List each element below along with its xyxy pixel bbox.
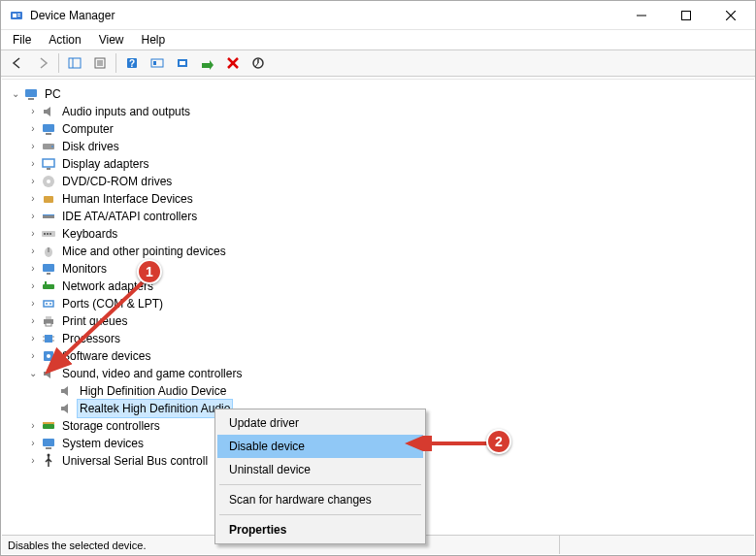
svg-rect-34 — [44, 196, 53, 203]
expand-icon[interactable]: › — [25, 295, 41, 312]
tree-item-label: Software devices — [60, 347, 152, 365]
context-uninstall-device[interactable]: Uninstall device — [217, 458, 423, 481]
tree-category[interactable]: ›Monitors — [8, 260, 748, 278]
disable-button[interactable] — [247, 52, 270, 74]
speaker-icon — [41, 104, 56, 119]
svg-point-64 — [48, 454, 50, 457]
tree-category[interactable]: ›Audio inputs and outputs — [8, 103, 748, 120]
tree-item-label: Computer — [60, 120, 115, 138]
tree-category[interactable]: ›Network adapters — [8, 278, 748, 295]
close-button[interactable] — [708, 1, 753, 29]
tree-category[interactable]: ›Keyboards — [8, 225, 748, 243]
tree-root[interactable]: ⌄ PC — [8, 85, 748, 103]
svg-rect-8 — [69, 58, 81, 68]
scan-hardware-button[interactable] — [146, 52, 169, 74]
tree-category-sound[interactable]: ⌄Sound, video and game controllers — [8, 365, 748, 382]
tree-item-label: Audio inputs and outputs — [60, 103, 192, 120]
properties-button[interactable] — [88, 52, 112, 74]
collapse-icon[interactable]: ⌄ — [25, 365, 41, 382]
collapse-icon[interactable]: ⌄ — [8, 85, 23, 103]
svg-rect-19 — [180, 61, 185, 65]
context-separator — [219, 484, 421, 485]
tree-category[interactable]: ›Display adapters — [8, 155, 748, 173]
expand-icon[interactable]: › — [25, 312, 41, 330]
menu-file[interactable]: File — [5, 32, 39, 48]
tree-category[interactable]: ›Software devices — [8, 347, 748, 365]
tree-category[interactable]: ›Print queues — [8, 312, 748, 330]
menu-help[interactable]: Help — [134, 32, 174, 48]
tree-category[interactable]: ›IDE ATA/ATAPI controllers — [8, 208, 748, 225]
keyboard-icon — [41, 226, 56, 242]
tree-item-label: Sound, video and game controllers — [60, 365, 244, 382]
tree-item-label: Ports (COM & LPT) — [60, 295, 165, 312]
expand-icon[interactable]: › — [25, 120, 41, 138]
expand-icon[interactable]: › — [25, 278, 41, 295]
forward-button[interactable] — [31, 52, 54, 74]
svg-rect-51 — [46, 316, 51, 319]
expand-icon[interactable]: › — [25, 260, 41, 278]
tree-item-label: Human Interface Devices — [60, 190, 195, 208]
tree-category[interactable]: ›Ports (COM & LPT) — [8, 295, 748, 312]
tree-item-label: DVD/CD-ROM drives — [60, 173, 174, 190]
expand-icon[interactable]: › — [25, 155, 41, 173]
tree-item-label: Display adapters — [60, 155, 150, 173]
storage-icon — [41, 418, 56, 434]
tree-category[interactable]: ›Disk drives — [8, 138, 748, 155]
tree-category[interactable]: ›Mice and other pointing devices — [8, 243, 748, 260]
tree-item-label: Print queues — [60, 312, 129, 330]
svg-point-59 — [47, 354, 50, 358]
back-button[interactable] — [6, 52, 29, 74]
expand-icon[interactable]: › — [25, 347, 41, 365]
svg-rect-3 — [17, 16, 20, 16]
tree-category[interactable]: ›Computer — [8, 120, 748, 138]
context-menu: Update driver Disable device Uninstall d… — [214, 409, 426, 544]
expand-icon[interactable]: › — [25, 330, 41, 347]
svg-rect-31 — [47, 168, 50, 170]
svg-rect-61 — [43, 422, 54, 424]
expand-icon[interactable]: › — [25, 417, 41, 435]
tree-item-label: Monitors — [60, 260, 109, 278]
expand-icon[interactable]: › — [25, 103, 41, 120]
svg-rect-47 — [44, 301, 53, 307]
expand-icon[interactable]: › — [25, 173, 41, 190]
svg-point-48 — [46, 303, 48, 305]
svg-rect-16 — [151, 59, 163, 67]
update-driver-button[interactable] — [171, 52, 194, 74]
uninstall-button[interactable] — [221, 52, 245, 74]
enable-button[interactable] — [196, 52, 219, 74]
context-update-driver[interactable]: Update driver — [217, 411, 423, 435]
tree-category[interactable]: ›DVD/CD-ROM drives — [8, 173, 748, 190]
expand-icon[interactable]: › — [25, 138, 41, 155]
show-hide-tree-button[interactable] — [63, 52, 86, 74]
expand-icon[interactable]: › — [25, 243, 41, 260]
tree-item-label: Keyboards — [60, 225, 119, 243]
tree-item-label: Realtek High Definition Audio — [78, 400, 232, 417]
maximize-button[interactable] — [664, 1, 708, 29]
minimize-button[interactable] — [619, 1, 664, 29]
menu-action[interactable]: Action — [41, 32, 88, 48]
svg-point-49 — [49, 303, 51, 305]
context-scan-hardware[interactable]: Scan for hardware changes — [217, 488, 423, 511]
tree-category[interactable]: ›Human Interface Devices — [8, 190, 748, 208]
expand-icon[interactable]: › — [25, 452, 41, 470]
tree-item-label: Universal Serial Bus controll — [60, 452, 210, 470]
expand-icon[interactable]: › — [25, 208, 41, 225]
display-icon — [41, 156, 56, 172]
help-button[interactable]: ? — [120, 52, 144, 74]
software-icon — [41, 348, 56, 364]
menu-bar: File Action View Help — [1, 30, 755, 49]
tree-device-hd-audio[interactable]: High Definition Audio Device — [8, 382, 748, 400]
monitor-icon — [41, 261, 56, 277]
svg-rect-36 — [43, 214, 54, 215]
window-controls — [619, 1, 753, 29]
context-disable-device[interactable]: Disable device — [217, 435, 423, 458]
status-separator — [559, 536, 560, 554]
expand-icon[interactable]: › — [25, 435, 41, 452]
speaker-icon — [41, 366, 56, 381]
tree-category[interactable]: ›Processors — [8, 330, 748, 347]
context-properties[interactable]: Properties — [217, 518, 423, 541]
menu-view[interactable]: View — [91, 32, 132, 48]
network-icon — [41, 278, 56, 294]
expand-icon[interactable]: › — [25, 190, 41, 208]
expand-icon[interactable]: › — [25, 225, 41, 243]
